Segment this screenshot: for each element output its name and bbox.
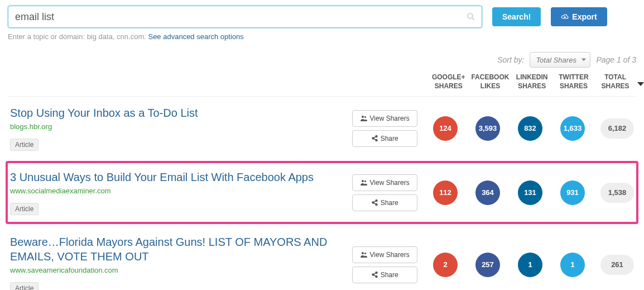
advanced-search-link[interactable]: See advanced search options [148,32,243,41]
twitter-shares: 1,633 [560,116,585,141]
article-tag: Article [10,139,39,151]
people-icon [361,179,367,186]
view-sharers-button[interactable]: View Sharers [352,174,417,191]
svg-line-15 [373,203,375,204]
svg-point-16 [362,252,364,254]
twitter-shares: 1 [560,253,585,277]
column-headers: GOOGLE+ SHARES FACEBOOK LIKES LINKEDIN S… [8,73,636,94]
view-sharers-button[interactable]: View Sharers [352,246,417,263]
linkedin-shares: 131 [518,180,542,205]
result-domain[interactable]: www.saveamericafoundation.com [10,266,345,274]
svg-line-14 [373,201,375,202]
article-tag: Article [10,203,39,215]
svg-line-7 [373,137,375,138]
svg-point-2 [362,116,364,118]
people-icon [361,251,367,258]
linkedin-shares: 832 [518,116,542,141]
article-tag: Article [10,282,39,290]
svg-point-12 [372,202,374,203]
svg-point-6 [376,140,377,141]
svg-point-20 [376,276,377,278]
header-total[interactable]: TOTAL SHARES [594,73,636,91]
search-icon [467,12,475,21]
share-icon [372,199,378,206]
view-sharers-button[interactable]: View Sharers [352,110,417,127]
share-button[interactable]: Share [352,130,417,147]
facebook-likes: 364 [475,180,500,205]
search-input[interactable] [8,6,482,28]
facebook-likes: 3,593 [475,116,500,141]
svg-point-3 [364,116,366,118]
result-title[interactable]: 3 Unusual Ways to Build Your Email List … [10,170,345,184]
search-wrap [8,6,482,28]
cloud-download-icon [561,13,569,20]
result-row: Beware…Florida Mayors Against Guns! LIST… [8,225,636,290]
svg-point-4 [376,136,377,137]
svg-line-1 [472,18,474,20]
google-shares: 112 [433,180,458,205]
svg-point-18 [376,272,377,274]
facebook-likes: 257 [475,253,500,277]
result-row: Stop Using Your Inbox as a To-Do Listblo… [8,96,636,160]
search-button[interactable]: Search! [492,7,541,26]
people-icon [361,115,367,121]
svg-point-0 [468,13,473,18]
twitter-shares: 931 [560,180,585,205]
share-button[interactable]: Share [352,267,417,283]
header-google[interactable]: GOOGLE+ SHARES [427,73,469,91]
share-icon [372,272,378,278]
page-info: Page 1 of 3 [596,55,636,64]
result-title[interactable]: Beware…Florida Mayors Against Guns! LIST… [10,235,345,264]
share-icon [372,135,378,141]
svg-point-13 [376,204,377,206]
export-button[interactable]: Export [551,7,607,26]
header-twitter[interactable]: TWITTER SHARES [553,73,595,91]
sort-label: Sort by: [497,55,524,64]
result-domain[interactable]: www.socialmediaexaminer.com [10,187,345,195]
svg-point-17 [364,253,366,254]
hint-text: Enter a topic or domain: big data, cnn.c… [8,32,636,41]
svg-point-9 [362,180,364,182]
header-linkedin[interactable]: LINKEDIN SHARES [511,73,553,91]
hint-prefix: Enter a topic or domain: big data, cnn.c… [8,32,148,41]
sort-desc-icon [637,82,644,86]
svg-line-21 [373,273,375,274]
svg-point-19 [372,274,374,275]
google-shares: 2 [433,253,458,277]
total-shares: 6,182 [600,118,634,139]
svg-point-11 [376,200,377,202]
result-domain[interactable]: blogs.hbr.org [10,122,345,131]
sort-select[interactable]: Total Shares [530,52,590,68]
svg-line-8 [373,139,375,140]
header-facebook[interactable]: FACEBOOK LIKES [469,73,511,91]
linkedin-shares: 1 [518,253,542,277]
total-shares: 261 [600,255,634,275]
google-shares: 124 [433,116,458,141]
result-title[interactable]: Stop Using Your Inbox as a To-Do List [10,106,345,120]
result-row: 3 Unusual Ways to Build Your Email List … [6,161,638,224]
svg-line-22 [373,275,375,276]
total-shares: 1,538 [600,183,634,203]
share-button[interactable]: Share [352,194,417,211]
svg-point-5 [372,137,374,139]
svg-point-10 [364,180,366,182]
export-label: Export [572,12,597,21]
